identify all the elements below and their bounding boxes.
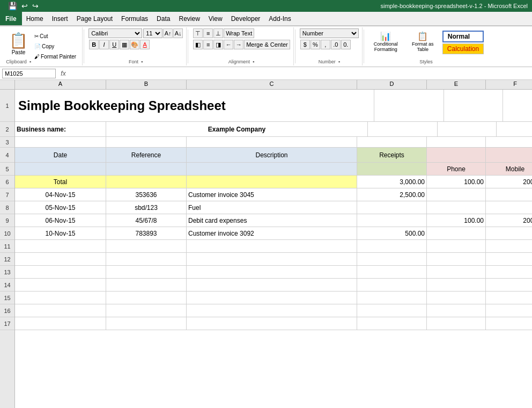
- copy-button[interactable]: 📄 Copy: [32, 42, 79, 52]
- menu-view[interactable]: View: [204, 14, 227, 24]
- cell-e11[interactable]: [427, 240, 486, 252]
- cell-e7[interactable]: [427, 188, 486, 201]
- fill-color-button[interactable]: 🎨: [130, 40, 139, 49]
- cell-d13[interactable]: [357, 266, 427, 278]
- align-center-btn[interactable]: ≡: [203, 40, 213, 49]
- font-size-select[interactable]: 11: [143, 28, 162, 38]
- calculation-style[interactable]: Calculation: [442, 43, 484, 54]
- cell-c7[interactable]: Customer invoice 3045: [187, 188, 357, 201]
- redo-qat-btn[interactable]: ↪: [31, 2, 40, 10]
- format-as-table-btn[interactable]: 📋 Format as Table: [405, 31, 440, 52]
- italic-button[interactable]: I: [99, 40, 109, 49]
- cell-f11[interactable]: [486, 240, 532, 252]
- cell-f5[interactable]: Mobile: [486, 163, 532, 175]
- cell-c15[interactable]: [187, 292, 357, 304]
- cell-d9[interactable]: [357, 214, 427, 227]
- cell-c5[interactable]: [187, 163, 357, 175]
- bold-button[interactable]: B: [89, 40, 99, 49]
- formula-input[interactable]: [71, 70, 530, 77]
- cell-a3[interactable]: [15, 137, 106, 147]
- cell-a14[interactable]: [15, 279, 106, 291]
- conditional-formatting-btn[interactable]: 📊 Conditional Formatting: [368, 31, 403, 52]
- cell-d5[interactable]: [357, 163, 427, 175]
- cell-b12[interactable]: [106, 253, 187, 265]
- cell-f8[interactable]: [486, 201, 532, 214]
- cell-c12[interactable]: [187, 253, 357, 265]
- cell-d17[interactable]: [357, 317, 427, 330]
- cell-b13[interactable]: [106, 266, 187, 278]
- col-header-e[interactable]: E: [427, 80, 486, 89]
- cell-c8[interactable]: Fuel: [187, 201, 357, 214]
- cell-d3[interactable]: [357, 137, 427, 147]
- align-left-btn[interactable]: ◧: [193, 40, 203, 49]
- file-menu-btn[interactable]: File: [0, 12, 22, 25]
- cell-f4[interactable]: [486, 148, 532, 162]
- cell-a10[interactable]: 10-Nov-15: [15, 227, 106, 239]
- cell-e5[interactable]: Phone: [427, 163, 486, 175]
- cell-c3[interactable]: [187, 137, 357, 147]
- cell-b8[interactable]: sbd/123: [106, 201, 187, 214]
- cell-b15[interactable]: [106, 292, 187, 304]
- comma-btn[interactable]: ,: [321, 40, 330, 49]
- cell-e3[interactable]: [427, 137, 486, 147]
- cell-c16[interactable]: [187, 304, 357, 317]
- cell-c6[interactable]: [187, 176, 357, 188]
- cell-c9[interactable]: Debit card expenses: [187, 214, 357, 227]
- cell-f6[interactable]: 200.00: [486, 176, 532, 188]
- cell-f7[interactable]: [486, 188, 532, 201]
- cell-b3[interactable]: [106, 137, 187, 147]
- cell-a7[interactable]: 04-Nov-15: [15, 188, 106, 201]
- decimal-decrease-btn[interactable]: 0.: [341, 40, 351, 49]
- cell-d2[interactable]: [368, 122, 438, 136]
- menu-developer[interactable]: Developer: [227, 14, 265, 24]
- align-bottom-btn[interactable]: ⊥: [213, 28, 223, 38]
- cell-d1[interactable]: [374, 90, 444, 121]
- align-middle-btn[interactable]: ≡: [203, 28, 213, 38]
- cell-b7[interactable]: 353636: [106, 188, 187, 201]
- cell-d4[interactable]: Receipts: [357, 148, 427, 162]
- cell-f13[interactable]: [486, 266, 532, 278]
- border-button[interactable]: ▦: [120, 40, 129, 49]
- cell-c13[interactable]: [187, 266, 357, 278]
- menu-add-ins[interactable]: Add-Ins: [264, 14, 295, 24]
- cell-a12[interactable]: [15, 253, 106, 265]
- cell-d6[interactable]: 3,000.00: [357, 176, 427, 188]
- save-qat-btn[interactable]: 💾: [6, 2, 19, 10]
- font-shrink-btn[interactable]: A↓: [173, 28, 183, 38]
- decimal-increase-btn[interactable]: .0: [331, 40, 341, 49]
- cell-a13[interactable]: [15, 266, 106, 278]
- cell-d12[interactable]: [357, 253, 427, 265]
- menu-home[interactable]: Home: [22, 14, 48, 24]
- cell-d14[interactable]: [357, 279, 427, 291]
- cell-f15[interactable]: [486, 292, 532, 304]
- cell-c4[interactable]: Description: [187, 148, 357, 162]
- cell-f12[interactable]: [486, 253, 532, 265]
- menu-data[interactable]: Data: [152, 14, 174, 24]
- cell-f14[interactable]: [486, 279, 532, 291]
- col-header-c[interactable]: C: [187, 80, 357, 89]
- menu-page-layout[interactable]: Page Layout: [72, 14, 117, 24]
- cell-a17[interactable]: [15, 317, 106, 330]
- cell-e13[interactable]: [427, 266, 486, 278]
- cell-a11[interactable]: [15, 240, 106, 252]
- cell-f17[interactable]: [486, 317, 532, 330]
- font-color-button[interactable]: A: [140, 40, 150, 49]
- cell-a6[interactable]: Total: [15, 176, 106, 188]
- font-name-select[interactable]: Calibri: [88, 28, 142, 38]
- cell-b14[interactable]: [106, 279, 187, 291]
- cell-e17[interactable]: [427, 317, 486, 330]
- cell-a15[interactable]: [15, 292, 106, 304]
- cell-f9[interactable]: 200.00: [486, 214, 532, 227]
- cell-e1[interactable]: [444, 90, 503, 121]
- cell-f1[interactable]: [503, 90, 532, 121]
- cell-d7[interactable]: 2,500.00: [357, 188, 427, 201]
- underline-button[interactable]: U: [109, 40, 119, 49]
- cell-d15[interactable]: [357, 292, 427, 304]
- cell-c17[interactable]: [187, 317, 357, 330]
- cell-a9[interactable]: 06-Nov-15: [15, 214, 106, 227]
- cell-b5[interactable]: [106, 163, 187, 175]
- cell-a2[interactable]: Business name:: [15, 122, 106, 136]
- align-right-btn[interactable]: ◨: [213, 40, 223, 49]
- normal-style[interactable]: Normal: [442, 31, 484, 42]
- cut-button[interactable]: ✂ Cut: [32, 32, 79, 41]
